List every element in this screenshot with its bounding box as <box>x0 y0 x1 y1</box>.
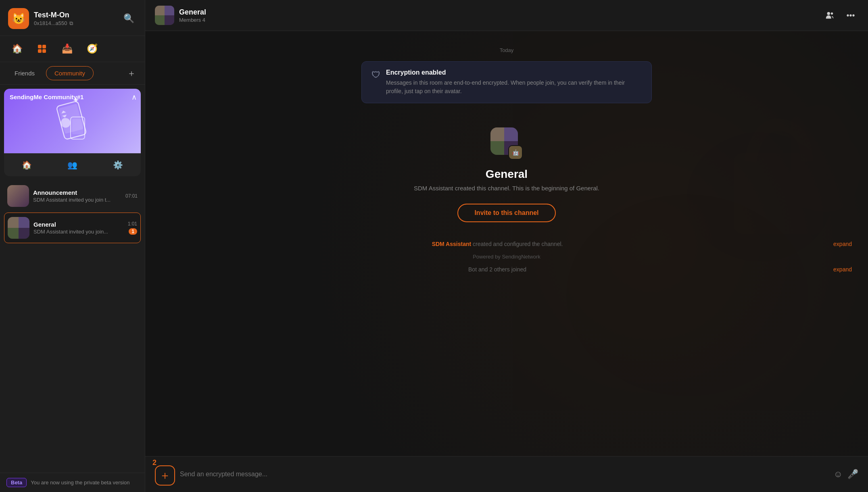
tab-friends[interactable]: Friends <box>6 67 43 80</box>
encryption-text: Encryption enabled Messages in this room… <box>386 69 642 96</box>
channel-item-announcement[interactable]: Announcement SDM Assistant invited you j… <box>4 181 141 211</box>
attachment-btn-wrapper: 2 ＋ <box>155 463 175 486</box>
chat-header-actions: ••• <box>822 8 858 23</box>
general-time: 1:01 <box>128 221 137 227</box>
members-header-btn[interactable] <box>822 8 837 23</box>
chat-header-left: General Members 4 <box>155 6 206 25</box>
announcement-info: Announcement SDM Assistant invited you j… <box>33 189 121 203</box>
input-actions: ☺ 🎤 <box>834 469 858 479</box>
general-avatar <box>8 217 29 239</box>
svg-rect-7 <box>72 119 83 134</box>
search-button[interactable]: 🔍 <box>121 10 137 27</box>
community-nav-btn[interactable] <box>33 40 51 58</box>
joined-action: Bot and 2 others joined <box>468 266 526 273</box>
general-info: General SDM Assistant invited you join..… <box>33 221 124 235</box>
chat-channel-name: General <box>179 8 206 17</box>
chat-header: General Members 4 ••• <box>145 0 868 31</box>
compass-nav-btn[interactable]: 🧭 <box>83 40 101 58</box>
inbox-nav-btn[interactable]: 📥 <box>58 40 76 58</box>
voice-button[interactable]: 🎤 <box>847 469 858 479</box>
community-settings-btn[interactable]: ⚙️ <box>106 158 129 172</box>
channel-item-general[interactable]: General SDM Assistant invited you join..… <box>4 213 141 243</box>
system-message-1: SDM Assistant created and configured the… <box>161 241 852 247</box>
announcement-time: 07:01 <box>125 193 138 199</box>
announcement-preview: SDM Assistant invited you join t... <box>33 197 121 203</box>
sidebar-header-left: 😺 Test-M-On 0x1814...a550 ⧉ <box>8 8 73 29</box>
community-home-btn[interactable]: 🏠 <box>15 158 38 172</box>
attachment-button[interactable]: ＋ <box>155 465 175 486</box>
channel-info-block: 🤖 General SDM Assistant created this cha… <box>161 115 852 234</box>
tab-community[interactable]: Community <box>46 66 94 80</box>
expand-link-1[interactable]: expand <box>833 241 852 247</box>
svg-point-13 <box>831 13 833 15</box>
tabs-row: Friends Community ＋ <box>0 62 145 85</box>
encryption-desc: Messages in this room are end-to-end enc… <box>386 79 642 96</box>
main-content: General Members 4 ••• Today 🛡 Encryption <box>145 0 868 492</box>
footer-message: You are now using the private beta versi… <box>31 479 129 486</box>
svg-rect-2 <box>38 49 42 53</box>
svg-rect-0 <box>38 45 42 48</box>
attachment-badge: 2 <box>152 459 156 466</box>
community-section: SendingMe Community#1 ∧ ✦ <box>0 85 145 473</box>
encryption-title: Encryption enabled <box>386 69 642 76</box>
svg-rect-3 <box>42 49 46 53</box>
channel-info-name: General <box>169 168 844 181</box>
copy-address-icon[interactable]: ⧉ <box>69 20 73 27</box>
channel-avatar-group: 🤖 <box>490 127 523 160</box>
announcement-name: Announcement <box>33 189 121 196</box>
community-card-header: SendingMe Community#1 ∧ ✦ <box>4 89 141 153</box>
channel-info-desc: SDM Assistant created this channel. This… <box>169 185 844 192</box>
nav-icons-row: 🏠 📥 🧭 <box>0 36 145 62</box>
beta-badge: Beta <box>6 478 27 487</box>
channel-info-avatar-small: 🤖 <box>508 145 523 160</box>
shield-icon: 🛡 <box>371 70 380 80</box>
announcement-avatar <box>7 185 29 207</box>
system-message-2: Bot and 2 others joined expand <box>161 266 852 273</box>
general-meta: 1:01 1 <box>128 221 137 235</box>
chat-messages: Today 🛡 Encryption enabled Messages in t… <box>145 31 868 456</box>
encryption-notice: 🛡 Encryption enabled Messages in this ro… <box>361 61 652 103</box>
wallet-address: 0x1814...a550 ⧉ <box>34 20 73 27</box>
add-tab-button[interactable]: ＋ <box>125 67 138 80</box>
system-username: SDM Assistant <box>432 241 472 247</box>
general-preview: SDM Assistant invited you join... <box>33 229 124 235</box>
date-divider: Today <box>161 47 852 53</box>
community-card-actions: 🏠 👥 ⚙️ <box>4 153 141 176</box>
chat-channel-info: General Members 4 <box>179 8 206 23</box>
sidebar-header: 😺 Test-M-On 0x1814...a550 ⧉ 🔍 <box>0 0 145 36</box>
general-name: General <box>33 221 124 228</box>
app-name: Test-M-On <box>34 11 73 19</box>
header-text-block: Test-M-On 0x1814...a550 ⧉ <box>34 11 73 27</box>
chat-channel-members: Members 4 <box>179 17 206 23</box>
invite-button[interactable]: Invite to this channel <box>457 204 555 222</box>
expand-link-2[interactable]: expand <box>833 266 852 273</box>
emoji-button[interactable]: ☺ <box>834 469 843 479</box>
system-action: created and configured the channel. <box>473 241 563 247</box>
more-options-btn[interactable]: ••• <box>843 8 858 23</box>
powered-by: Powered by SendingNetwork <box>161 254 852 260</box>
svg-point-12 <box>827 12 830 15</box>
community-members-btn[interactable]: 👥 <box>61 158 84 172</box>
home-nav-btn[interactable]: 🏠 <box>8 40 26 58</box>
sidebar: 😺 Test-M-On 0x1814...a550 ⧉ 🔍 🏠 📥 🧭 <box>0 0 145 492</box>
general-badge: 1 <box>129 228 137 235</box>
collapse-community-btn[interactable]: ∧ <box>131 93 137 102</box>
sidebar-footer: Beta You are now using the private beta … <box>0 473 145 492</box>
message-input[interactable] <box>180 466 829 483</box>
app-logo: 😺 <box>8 8 29 29</box>
star-decoration: ✦ <box>73 95 79 105</box>
community-card: SendingMe Community#1 ∧ ✦ <box>4 89 141 176</box>
announcement-meta: 07:01 <box>125 193 138 199</box>
chat-channel-avatar <box>155 6 174 25</box>
svg-rect-1 <box>42 45 46 48</box>
chat-input-area: 2 ＋ ☺ 🎤 <box>145 456 868 492</box>
